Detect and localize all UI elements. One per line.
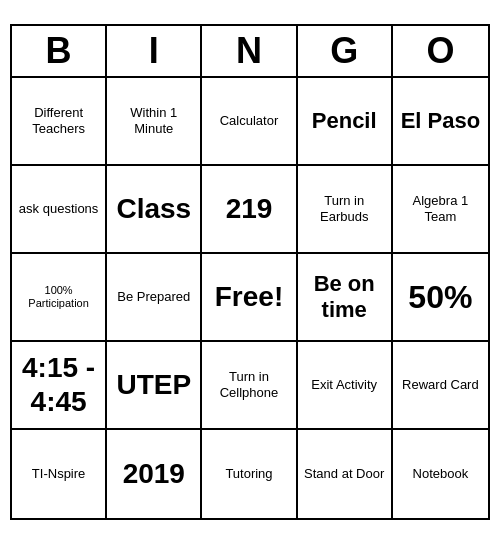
bingo-cell: Calculator	[202, 78, 297, 166]
bingo-cell: 4:15 - 4:45	[12, 342, 107, 430]
bingo-cell: Be on time	[298, 254, 393, 342]
bingo-grid: Different TeachersWithin 1 MinuteCalcula…	[12, 78, 488, 518]
header-letter: I	[107, 26, 202, 76]
bingo-cell: Turn in Earbuds	[298, 166, 393, 254]
bingo-cell: Reward Card	[393, 342, 488, 430]
bingo-cell: Notebook	[393, 430, 488, 518]
header-letter: B	[12, 26, 107, 76]
bingo-cell: Turn in Cellphone	[202, 342, 297, 430]
bingo-cell: Tutoring	[202, 430, 297, 518]
bingo-cell: Stand at Door	[298, 430, 393, 518]
bingo-cell: El Paso	[393, 78, 488, 166]
header-letter: G	[298, 26, 393, 76]
bingo-cell: Within 1 Minute	[107, 78, 202, 166]
bingo-cell: UTEP	[107, 342, 202, 430]
bingo-cell: 50%	[393, 254, 488, 342]
bingo-cell: Free!	[202, 254, 297, 342]
bingo-cell: TI-Nspire	[12, 430, 107, 518]
bingo-cell: 2019	[107, 430, 202, 518]
bingo-header: BINGO	[12, 26, 488, 78]
bingo-cell: Algebra 1 Team	[393, 166, 488, 254]
bingo-card: BINGO Different TeachersWithin 1 MinuteC…	[10, 24, 490, 520]
bingo-cell: Different Teachers	[12, 78, 107, 166]
bingo-cell: Pencil	[298, 78, 393, 166]
bingo-cell: Be Prepared	[107, 254, 202, 342]
bingo-cell: ask questions	[12, 166, 107, 254]
bingo-cell: 219	[202, 166, 297, 254]
bingo-cell: Class	[107, 166, 202, 254]
bingo-cell: Exit Activity	[298, 342, 393, 430]
header-letter: O	[393, 26, 488, 76]
header-letter: N	[202, 26, 297, 76]
bingo-cell: 100% Participation	[12, 254, 107, 342]
